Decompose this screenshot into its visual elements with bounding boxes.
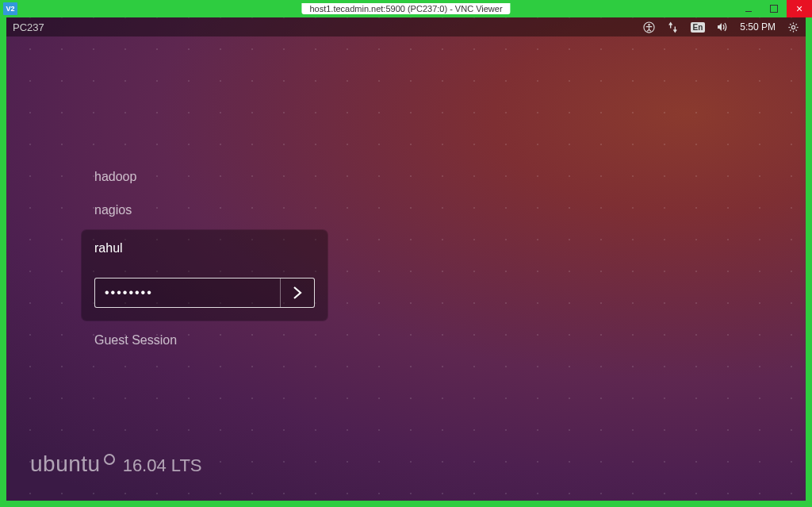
chevron-right-icon [289, 285, 305, 301]
ubuntu-branding: ubuntu 16.04 LTS [30, 451, 202, 477]
svg-line-10 [790, 29, 791, 30]
clock[interactable]: 5:50 PM [740, 21, 776, 33]
svg-line-7 [790, 24, 791, 25]
network-icon[interactable] [667, 21, 680, 33]
vnc-window: V2 host1.tecadmin.net:5900 (PC237:0) - V… [0, 0, 812, 507]
user-item-nagios[interactable]: nagios [82, 194, 327, 227]
vnc-app-icon: V2 [3, 2, 17, 15]
svg-line-8 [795, 29, 796, 30]
user-item-hadoop[interactable]: hadoop [82, 160, 327, 194]
gear-icon[interactable] [787, 21, 799, 33]
panel-indicators: En 5:50 PM [643, 21, 799, 33]
user-item-selected: rahul [82, 230, 327, 321]
vnc-window-title: host1.tecadmin.net:5900 (PC237:0) - VNC … [301, 3, 510, 14]
user-item-guest[interactable]: Guest Session [82, 324, 327, 357]
password-row [94, 278, 315, 308]
vnc-viewport: PC237 En 5:50 PM [0, 17, 812, 507]
login-panel: hadoop nagios rahul Guest Session [82, 160, 327, 357]
ubuntu-login-screen: PC237 En 5:50 PM [6, 17, 806, 501]
minimize-button[interactable] [736, 0, 761, 17]
language-indicator[interactable]: En [691, 22, 706, 33]
svg-line-9 [795, 24, 796, 25]
password-input[interactable] [95, 278, 281, 307]
svg-point-1 [648, 24, 649, 25]
hostname-label: PC237 [13, 21, 44, 33]
accessibility-icon[interactable] [643, 21, 656, 33]
svg-point-2 [791, 25, 795, 29]
ubuntu-logo-text: ubuntu [30, 451, 115, 477]
sound-icon[interactable] [716, 21, 729, 33]
maximize-button[interactable] [761, 0, 787, 17]
ubuntu-version: 16.04 LTS [123, 455, 202, 476]
login-submit-button[interactable] [281, 278, 314, 307]
ubuntu-circle-icon [104, 454, 115, 465]
vnc-titlebar[interactable]: V2 host1.tecadmin.net:5900 (PC237:0) - V… [0, 0, 812, 17]
top-panel: PC237 En 5:50 PM [6, 17, 806, 36]
vnc-window-controls: × [736, 0, 812, 17]
close-button[interactable]: × [787, 0, 812, 17]
selected-username: rahul [94, 241, 315, 255]
